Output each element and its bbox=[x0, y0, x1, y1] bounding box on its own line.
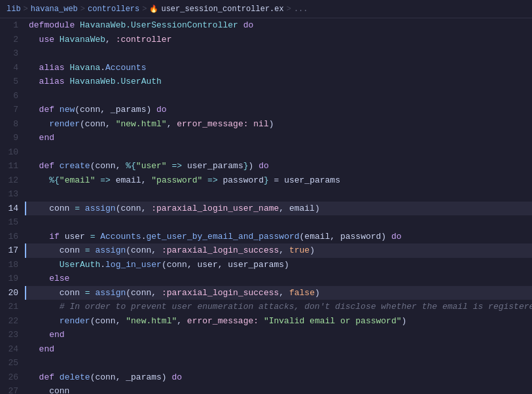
code-content[interactable]: defmodule HavanaWeb.UserSessionControlle… bbox=[25, 18, 532, 394]
code-line-20: conn = assign(conn, :paraxial_login_succ… bbox=[25, 286, 532, 300]
code-line-21: # In order to prevent user enumeration a… bbox=[25, 300, 532, 314]
breadcrumb-sep-1: > bbox=[24, 5, 28, 14]
code-line-23: end bbox=[25, 328, 532, 342]
breadcrumb-file-icon: 🔥 bbox=[149, 5, 158, 13]
code-line-3 bbox=[25, 46, 532, 61]
code-line-4: alias Havana.Accounts bbox=[25, 61, 532, 75]
code-line-6 bbox=[25, 89, 532, 103]
line-num-14: 14 bbox=[5, 202, 18, 216]
breadcrumb-filename[interactable]: user_session_controller.ex bbox=[161, 5, 283, 14]
line-num-3: 3 bbox=[5, 46, 18, 61]
line-num-18: 18 bbox=[5, 258, 18, 272]
code-line-2: use HavanaWeb, :controller bbox=[25, 33, 532, 47]
code-line-22: render(conn, "new.html", error_message: … bbox=[25, 314, 532, 329]
line-num-20: 20 bbox=[5, 286, 18, 300]
code-line-25 bbox=[25, 356, 532, 370]
line-num-22: 22 bbox=[5, 314, 18, 329]
code-line-14: conn = assign(conn, :paraxial_login_user… bbox=[25, 202, 532, 216]
breadcrumb-sep-2: > bbox=[80, 5, 85, 14]
code-line-24: end bbox=[25, 342, 532, 357]
breadcrumb-ellipsis: ... bbox=[294, 5, 308, 14]
code-line-18: UserAuth.log_in_user(conn, user, user_pa… bbox=[25, 258, 532, 272]
code-line-12: %{"email" => email, "password" => passwo… bbox=[25, 173, 532, 188]
code-line-27: conn bbox=[25, 384, 532, 394]
breadcrumb-controllers[interactable]: controllers bbox=[88, 5, 139, 14]
line-num-11: 11 bbox=[5, 159, 18, 173]
line-num-25: 25 bbox=[5, 356, 18, 370]
code-line-8: render(conn, "new.html", error_message: … bbox=[25, 117, 532, 132]
line-num-13: 13 bbox=[5, 187, 18, 202]
code-line-7: def new(conn, _params) do bbox=[25, 103, 532, 117]
line-num-27: 27 bbox=[5, 384, 18, 394]
line-num-9: 9 bbox=[5, 131, 18, 145]
line-num-23: 23 bbox=[5, 328, 18, 342]
code-line-26: def delete(conn, _params) do bbox=[25, 370, 532, 385]
code-line-9: end bbox=[25, 131, 532, 145]
line-num-19: 19 bbox=[5, 272, 18, 286]
code-line-5: alias HavanaWeb.UserAuth bbox=[25, 75, 532, 89]
line-num-17: 17 bbox=[5, 243, 18, 258]
code-line-15 bbox=[25, 215, 532, 230]
code-line-11: def create(conn, %{"user" => user_params… bbox=[25, 159, 532, 173]
line-num-12: 12 bbox=[5, 173, 18, 188]
breadcrumb-sep-3: > bbox=[142, 5, 147, 14]
code-line-16: if user = Accounts.get_user_by_email_and… bbox=[25, 230, 532, 244]
code-line-1: defmodule HavanaWeb.UserSessionControlle… bbox=[25, 18, 532, 33]
line-num-7: 7 bbox=[5, 103, 18, 117]
code-line-10 bbox=[25, 145, 532, 160]
line-num-4: 4 bbox=[5, 61, 18, 75]
line-num-8: 8 bbox=[5, 117, 18, 132]
breadcrumb: lib > havana_web > controllers > 🔥 user_… bbox=[0, 0, 532, 18]
line-num-16: 16 bbox=[5, 230, 18, 244]
line-num-2: 2 bbox=[5, 33, 18, 47]
code-line-19: else bbox=[25, 272, 532, 286]
line-num-6: 6 bbox=[5, 89, 18, 103]
code-line-17: conn = assign(conn, :paraxial_login_succ… bbox=[25, 243, 532, 258]
line-num-5: 5 bbox=[5, 75, 18, 89]
breadcrumb-lib[interactable]: lib bbox=[7, 5, 21, 14]
breadcrumb-havana-web[interactable]: havana_web bbox=[31, 5, 78, 14]
line-num-15: 15 bbox=[5, 215, 18, 230]
line-num-26: 26 bbox=[5, 370, 18, 385]
code-line-13 bbox=[25, 187, 532, 202]
line-num-10: 10 bbox=[5, 145, 18, 160]
line-num-24: 24 bbox=[5, 342, 18, 357]
line-numbers: 1 2 3 4 5 6 7 8 9 10 11 12 13 14 15 16 1… bbox=[0, 18, 25, 394]
line-num-21: 21 bbox=[5, 300, 18, 314]
code-editor: 1 2 3 4 5 6 7 8 9 10 11 12 13 14 15 16 1… bbox=[0, 18, 532, 394]
breadcrumb-sep-4: > bbox=[287, 5, 291, 14]
line-num-1: 1 bbox=[5, 18, 18, 33]
